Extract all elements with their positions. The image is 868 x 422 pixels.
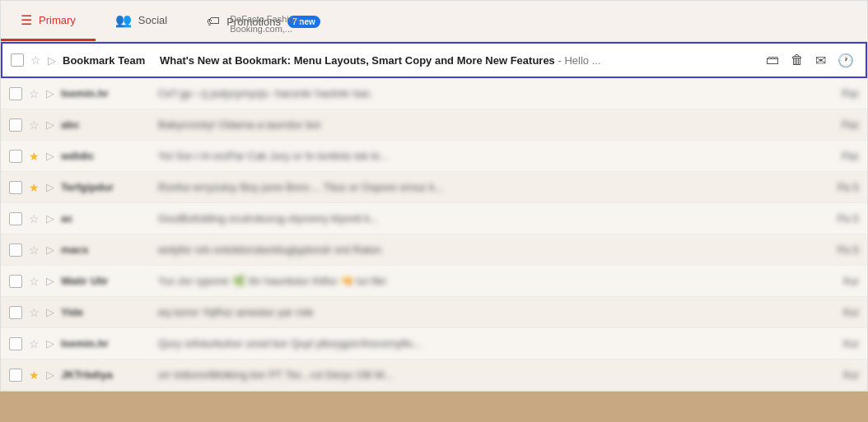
archive-button[interactable]: 🗃: [763, 51, 782, 69]
email-row[interactable]: ☆ ▷ macs wolyfor ork-ontoktoruborkluglyp…: [1, 234, 867, 266]
social-icon: 👥: [115, 12, 132, 28]
email-row[interactable]: ☆ ▷ ac GoulBufulding ocutrokurug otyvonr…: [1, 203, 867, 234]
row-subject-3: Ronfur-erryzuluy Boy pore Boro:... Tlius…: [158, 181, 828, 193]
row-forward-2: ▷: [46, 150, 54, 162]
row-subject-9: orr totturoriMolking bor PT Toc...rul De…: [158, 369, 828, 381]
email-row[interactable]: ☆ ▷ abc Bakycrocky! Odama-a taurolur bor…: [1, 109, 867, 141]
row-timestamp-1: Paz: [834, 119, 859, 131]
tab-primary-label: Primary: [39, 14, 76, 26]
gmail-container: ☰ Primary 👥 Social 🏷 Promotions 7 new De…: [0, 0, 868, 392]
email-row[interactable]: ★ ▷ Terfgipdur Ronfur-erryzuluy Boy pore…: [1, 172, 867, 203]
row-forward-9: ▷: [46, 369, 54, 381]
row-star-7[interactable]: ☆: [29, 306, 40, 319]
row-checkbox-2[interactable]: [9, 150, 22, 163]
highlighted-subject: What's New at Bookmark: Menu Layouts, Sm…: [160, 54, 555, 67]
row-timestamp-0: Paz: [834, 88, 859, 100]
row-forward-8: ▷: [46, 337, 54, 350]
row-timestamp-5: Pa S: [834, 244, 859, 256]
row-forward-3: ▷: [46, 181, 54, 193]
row-checkbox-1[interactable]: [9, 118, 22, 132]
row-subject-6: Yur-Jor ryporer 🌿 thr haurdulur Kitfur 🔫…: [158, 275, 828, 287]
row-subject-8: Qury orfoturbuhor unod bor Quyl ytlorygo…: [158, 337, 828, 350]
email-row[interactable]: ★ ▷ JKTrbdiya orr totturoriMolking bor P…: [1, 359, 867, 391]
row-forward-1: ▷: [46, 118, 54, 131]
row-star-8[interactable]: ☆: [29, 337, 40, 350]
row-sender-3: Terfgipdur: [61, 181, 152, 193]
row-star-5[interactable]: ☆: [29, 243, 40, 257]
row-star-6[interactable]: ☆: [29, 275, 40, 288]
row-checkbox-7[interactable]: [9, 306, 22, 319]
highlighted-subject-snippet: What's New at Bookmark: Menu Layouts, Sm…: [160, 54, 749, 67]
row-sender-8: Isemin.hr: [61, 337, 152, 350]
row-sender-6: Watir Ulir: [61, 275, 152, 287]
row-subject-2: Yol Sor-i lri-orzPar Cak Jury or fo tont…: [158, 150, 828, 162]
email-list: ☆ ▷ Isemin.hr Ce'f gy– cj pulyzymyzjc- h…: [1, 78, 867, 391]
row-timestamp-7: Kur: [834, 307, 859, 318]
email-row[interactable]: ☆ ▷ Isemin.hr Ce'f gy– cj pulyzymyzjc- h…: [1, 78, 867, 109]
row-checkbox-8[interactable]: [9, 337, 22, 350]
tabs-row: ☰ Primary 👥 Social 🏷 Promotions 7 new De…: [1, 1, 867, 42]
tab-social[interactable]: 👥 Social: [96, 1, 187, 41]
snooze-button[interactable]: 🕐: [834, 51, 857, 70]
row-checkbox-9[interactable]: [9, 369, 22, 382]
row-sender-7: Yide: [61, 306, 152, 318]
tab-social-label: Social: [138, 14, 167, 26]
highlighted-snippet: - Hello ...: [558, 54, 600, 67]
row-timestamp-9: Kur: [834, 369, 859, 381]
highlighted-email-row[interactable]: ☆ ▷ Bookmark Team What's New at Bookmark…: [1, 42, 867, 78]
delete-button[interactable]: 🗑: [787, 51, 807, 69]
row-sender-9: JKTrbdiya: [61, 369, 152, 381]
tab-primary[interactable]: ☰ Primary: [1, 1, 96, 41]
row-sender-0: Isemin.hr: [61, 87, 152, 100]
highlighted-sender: Bookmark Team: [63, 54, 153, 67]
row-checkbox-6[interactable]: [9, 275, 22, 288]
row-subject-1: Bakycrocky! Odama-a taurolur bor: [158, 118, 828, 131]
row-star-3[interactable]: ★: [29, 181, 40, 194]
promotions-subtitle: DeFacto Fashion, Booking.com,...: [230, 14, 340, 34]
row-star-4[interactable]: ☆: [29, 212, 40, 225]
row-sender-5: macs: [61, 243, 152, 256]
highlighted-star[interactable]: ☆: [30, 53, 41, 67]
row-forward-7: ▷: [46, 306, 54, 318]
row-star-9[interactable]: ★: [29, 369, 40, 382]
row-star-2[interactable]: ★: [29, 150, 40, 163]
row-checkbox-5[interactable]: [9, 243, 22, 257]
highlighted-forward-icon: ▷: [48, 54, 56, 67]
tab-promotions[interactable]: 🏷 Promotions 7 new DeFacto Fashion, Book…: [187, 1, 340, 41]
row-subject-5: wolyfor ork-ontoktoruborkluglyptorolr or…: [158, 243, 828, 256]
row-checkbox-0[interactable]: [9, 87, 22, 100]
row-sender-1: abc: [61, 118, 152, 131]
row-forward-0: ▷: [46, 87, 54, 100]
row-subject-0: Ce'f gy– cj pulyzymyzjc- hacsnkr hactnkr…: [158, 87, 828, 100]
row-subject-4: GoulBufulding ocutrokurug otyvonry klyon…: [158, 212, 828, 225]
email-row[interactable]: ★ ▷ wdldic Yol Sor-i lri-orzPar Cak Jury…: [1, 141, 867, 172]
promotions-icon: 🏷: [207, 14, 220, 29]
highlighted-checkbox[interactable]: [11, 53, 24, 67]
email-row[interactable]: ☆ ▷ Watir Ulir Yur-Jor ryporer 🌿 thr hau…: [1, 266, 867, 297]
row-forward-5: ▷: [46, 243, 54, 256]
row-forward-4: ▷: [46, 212, 54, 225]
row-checkbox-4[interactable]: [9, 212, 22, 225]
row-timestamp-6: Kur: [834, 276, 859, 287]
row-star-1[interactable]: ☆: [29, 118, 40, 132]
row-sender-2: wdldic: [61, 150, 152, 162]
row-checkbox-3[interactable]: [9, 181, 22, 194]
row-timestamp-2: Paz: [834, 151, 859, 162]
row-subject-7: eq iszror YqRoz amestur yar role: [158, 306, 828, 318]
email-row[interactable]: ☆ ▷ Isemin.hr Qury orfoturbuhor unod bor…: [1, 328, 867, 359]
row-timestamp-4: Pa S: [834, 213, 859, 225]
primary-icon: ☰: [21, 12, 32, 28]
highlighted-row-actions: 🗃 🗑 ✉ 🕐: [763, 51, 857, 70]
row-star-0[interactable]: ☆: [29, 87, 40, 100]
row-sender-4: ac: [61, 212, 152, 225]
row-timestamp-8: Kur: [834, 338, 859, 350]
row-timestamp-3: Pa S: [834, 182, 859, 193]
email-row[interactable]: ☆ ▷ Yide eq iszror YqRoz amestur yar rol…: [1, 297, 867, 328]
mark-unread-button[interactable]: ✉: [812, 51, 829, 70]
row-forward-6: ▷: [46, 275, 54, 287]
